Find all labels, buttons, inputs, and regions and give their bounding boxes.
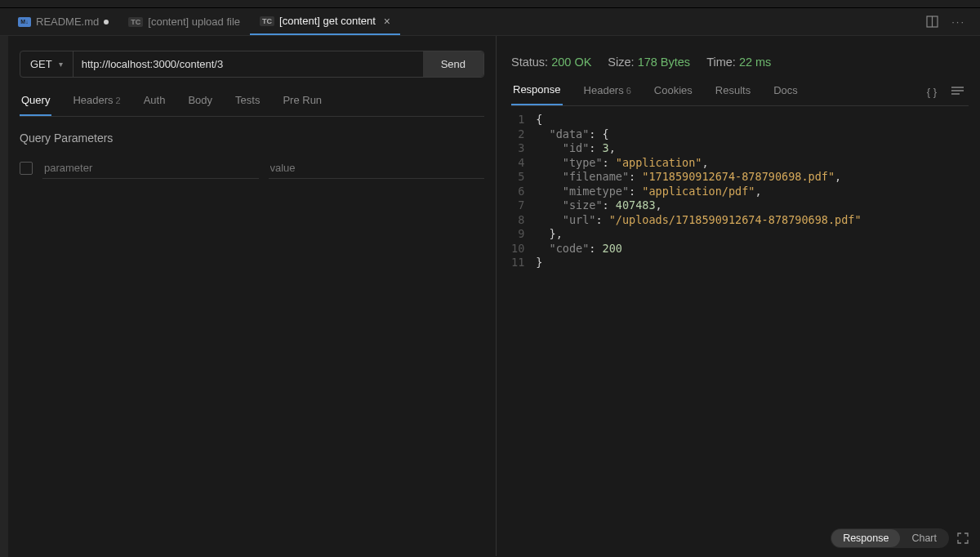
response-body[interactable]: 1234567891011 { "data": { "id": 3, "type… [511,113,969,270]
toggle-chart[interactable]: Chart [900,529,948,547]
param-checkbox[interactable] [20,162,33,175]
tab-cookies[interactable]: Cookies [653,79,694,105]
tab-readme[interactable]: M↓ README.md [8,8,118,35]
toggle-response[interactable]: Response [831,529,900,547]
tab-body[interactable]: Body [186,89,214,116]
view-toggle: Response Chart [831,528,969,548]
method-label: GET [30,58,52,70]
code-lines: { "data": { "id": 3, "type": "applicatio… [536,113,861,270]
status-row: Status: 200 OK Size: 178 Bytes Time: 22 … [511,51,969,69]
send-button[interactable]: Send [423,51,483,77]
tab-tests[interactable]: Tests [234,89,261,116]
window-top-bar [0,0,980,8]
braces-icon[interactable]: { } [927,86,937,98]
response-pane: Status: 200 OK Size: 178 Bytes Time: 22 … [497,36,980,556]
line-gutter: 1234567891011 [511,113,536,270]
param-row [20,158,484,179]
request-tabs: Query Headers2 Auth Body Tests Pre Run [20,89,484,117]
url-bar: GET ▾ Send [20,51,484,78]
editor-tabs: M↓ README.md TC [content] upload file TC… [0,8,980,36]
status-label: Status: [511,56,548,69]
wrap-lines-icon[interactable] [951,86,964,96]
method-select[interactable]: GET ▾ [20,51,74,77]
tab-label: [content] upload file [148,16,240,28]
more-icon[interactable]: ··· [951,16,965,28]
tab-query[interactable]: Query [20,89,51,116]
tab-resp-headers[interactable]: Headers6 [582,79,633,105]
tab-auth[interactable]: Auth [142,89,167,116]
thunder-client-icon: TC [128,17,143,27]
param-name-input[interactable] [42,158,259,179]
activity-bar-strip [0,36,8,557]
url-input[interactable] [74,51,423,77]
tab-pre-run[interactable]: Pre Run [281,89,323,116]
count-badge: 6 [626,86,631,96]
status-value: 200 OK [551,56,591,69]
tab-response[interactable]: Response [511,78,563,105]
tab-get-content[interactable]: TC [content] get content × [250,8,400,35]
size-label: Size: [608,56,634,69]
response-tabs: Response Headers6 Cookies Results Docs {… [511,78,969,106]
tab-label: README.md [36,16,99,28]
request-pane: GET ▾ Send Query Headers2 Auth Body Test… [8,36,497,556]
tab-upload-file[interactable]: TC [content] upload file [118,8,250,35]
tab-results[interactable]: Results [714,79,752,105]
markdown-icon: M↓ [18,17,31,27]
size-value: 178 Bytes [638,56,691,69]
tab-docs[interactable]: Docs [772,79,800,105]
close-icon[interactable]: × [381,15,390,28]
split-editor-icon[interactable] [926,16,938,28]
tab-label: [content] get content [279,15,376,27]
time-value: 22 ms [739,56,772,69]
time-label: Time: [706,56,736,69]
expand-icon[interactable] [957,532,969,544]
chevron-down-icon: ▾ [59,60,63,69]
param-value-input[interactable] [269,158,485,179]
tab-headers[interactable]: Headers2 [71,89,122,116]
thunder-client-icon: TC [260,16,274,26]
count-badge: 2 [116,96,121,105]
dirty-indicator-icon [104,20,109,25]
query-params-title: Query Parameters [20,131,484,145]
